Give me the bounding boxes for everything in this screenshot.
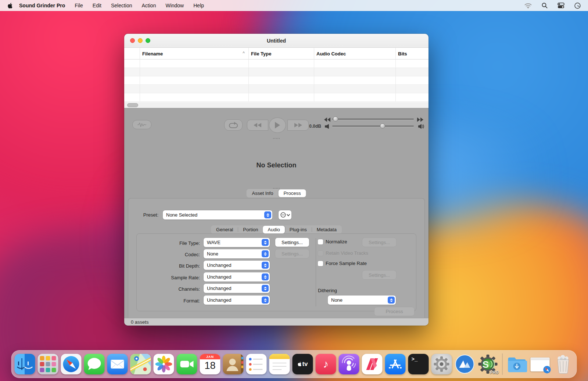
loop-button[interactable]	[224, 119, 243, 131]
dock-mountain-app-icon[interactable]	[455, 354, 475, 374]
column-header-blank[interactable]	[124, 48, 140, 59]
dock-safari-icon[interactable]	[61, 354, 82, 374]
dock-finder-icon[interactable]	[15, 354, 35, 374]
dock-reminders-icon[interactable]	[246, 354, 267, 374]
dock-mail-icon[interactable]	[107, 354, 128, 374]
normalize-settings-button[interactable]: Settings...	[362, 238, 396, 247]
filetype-label: File Type:	[179, 240, 200, 246]
dock-photos-icon[interactable]	[154, 354, 174, 374]
seek-slider[interactable]	[332, 119, 414, 120]
tab-plugins[interactable]: Plug-ins	[285, 226, 312, 233]
dock-launchpad-icon[interactable]	[38, 354, 58, 374]
column-header-filename[interactable]: Filename ^	[140, 48, 248, 59]
scrollbar-thumb[interactable]	[127, 103, 138, 107]
tab-portion[interactable]: Portion	[238, 226, 263, 233]
dock-maps-icon[interactable]	[130, 354, 151, 374]
dock-music-icon[interactable]: ♪	[316, 354, 336, 374]
codec-settings-button[interactable]: Settings...	[275, 249, 309, 258]
group-divider	[316, 238, 316, 306]
column-header-bits[interactable]: Bits	[395, 48, 429, 59]
wifi-icon[interactable]	[524, 3, 532, 8]
waveform-view-button[interactable]	[132, 120, 151, 129]
menu-help[interactable]: Help	[193, 3, 204, 8]
control-center-icon[interactable]	[557, 3, 564, 8]
volume-slider[interactable]	[332, 126, 414, 127]
preset-dropdown[interactable]: None Selected	[163, 210, 272, 219]
column-header-audiocodec[interactable]: Audio Codec	[314, 48, 395, 59]
stepper-icon	[262, 297, 269, 304]
filetype-dropdown[interactable]: WAVE	[204, 238, 270, 247]
codec-dropdown[interactable]: None	[204, 249, 270, 258]
menu-edit[interactable]: Edit	[93, 3, 101, 8]
splitter-handle[interactable]	[273, 188, 274, 189]
dock-calendar-icon[interactable]: JAN 18	[200, 354, 220, 374]
dock-contacts-icon[interactable]	[223, 354, 244, 374]
stepper-icon	[262, 285, 269, 292]
volume-min-icon[interactable]	[325, 124, 329, 130]
table-body	[124, 59, 429, 108]
asset-count: 0 assets	[131, 319, 148, 325]
dock-messages-icon[interactable]	[84, 354, 105, 374]
filetype-settings-button[interactable]: Settings...	[275, 238, 309, 247]
process-panel: Preset: None Selected General Portion Au…	[128, 198, 425, 318]
dock-podcasts-icon[interactable]	[339, 354, 359, 374]
splitter-handle[interactable]	[273, 138, 274, 139]
dock-facetime-icon[interactable]	[177, 354, 197, 374]
dock-downloads-folder-icon[interactable]	[507, 354, 527, 374]
seek-forward-icon[interactable]	[417, 117, 423, 123]
stepper-icon	[262, 239, 269, 246]
seek-back-icon[interactable]	[324, 117, 330, 123]
dock-system-preferences-icon[interactable]	[431, 354, 452, 374]
dithering-dropdown[interactable]: None	[328, 295, 396, 305]
volume-max-icon[interactable]	[418, 124, 424, 130]
preset-actions-button[interactable]	[279, 210, 291, 219]
dock-apple-tv-icon[interactable]: tv	[293, 354, 313, 374]
tab-metadata[interactable]: Metadata	[312, 226, 341, 233]
title-bar[interactable]: Untitled	[124, 34, 429, 48]
spotlight-search-icon[interactable]	[542, 3, 548, 8]
force-samplerate-label: Force Sample Rate	[326, 261, 367, 266]
channels-dropdown[interactable]: Unchanged	[204, 284, 270, 293]
play-button[interactable]	[269, 117, 286, 133]
codec-label: Codec:	[185, 252, 200, 257]
menu-selection[interactable]: Selection	[111, 3, 132, 8]
window-title: Untitled	[267, 38, 286, 44]
dock-notes-icon[interactable]	[269, 354, 290, 374]
dock-terminal-icon[interactable]: >_	[408, 354, 429, 374]
dock-news-icon[interactable]	[362, 354, 383, 374]
chevron-down-icon	[287, 214, 290, 216]
bitdepth-dropdown[interactable]: Unchanged	[204, 261, 270, 270]
dock-trash-icon[interactable]	[553, 354, 574, 374]
menubar-app-name[interactable]: Sound Grinder Pro	[19, 3, 65, 8]
force-samplerate-checkbox[interactable]	[318, 261, 323, 266]
zoom-button[interactable]	[146, 38, 150, 43]
format-dropdown[interactable]: Unchanged	[204, 295, 270, 305]
retain-video-checkbox[interactable]	[318, 251, 323, 256]
menu-action[interactable]: Action	[142, 3, 156, 8]
tab-asset-info[interactable]: Asset Info	[247, 189, 279, 197]
samplerate-dropdown[interactable]: Unchanged	[204, 272, 270, 282]
dock-sound-grinder-pro-icon[interactable]: S PRO	[478, 354, 498, 374]
samplerate-settings-button[interactable]: Settings...	[362, 271, 396, 279]
volume-slider-thumb[interactable]	[380, 123, 385, 128]
menu-window[interactable]: Window	[165, 3, 184, 8]
close-button[interactable]	[130, 38, 135, 43]
tab-audio[interactable]: Audio	[263, 226, 285, 233]
terminal-prompt-glyph: >_	[412, 356, 418, 362]
tab-general[interactable]: General	[211, 226, 238, 233]
minimize-button[interactable]	[138, 38, 143, 43]
table-row	[124, 59, 429, 68]
normalize-checkbox[interactable]	[318, 239, 323, 244]
dock-minimized-window-icon[interactable]	[530, 354, 551, 374]
horizontal-scrollbar[interactable]	[124, 102, 429, 108]
rewind-button[interactable]	[247, 120, 268, 131]
process-button[interactable]: Process	[374, 307, 414, 316]
apple-menu-icon[interactable]	[7, 3, 12, 9]
clock-icon[interactable]	[574, 3, 581, 9]
seek-slider-thumb[interactable]	[333, 116, 338, 121]
tab-process[interactable]: Process	[278, 189, 306, 197]
column-header-filetype[interactable]: File Type	[248, 48, 314, 59]
channels-label: Channels:	[178, 286, 200, 292]
menu-file[interactable]: File	[75, 3, 83, 8]
dock-app-store-icon[interactable]	[385, 354, 406, 374]
